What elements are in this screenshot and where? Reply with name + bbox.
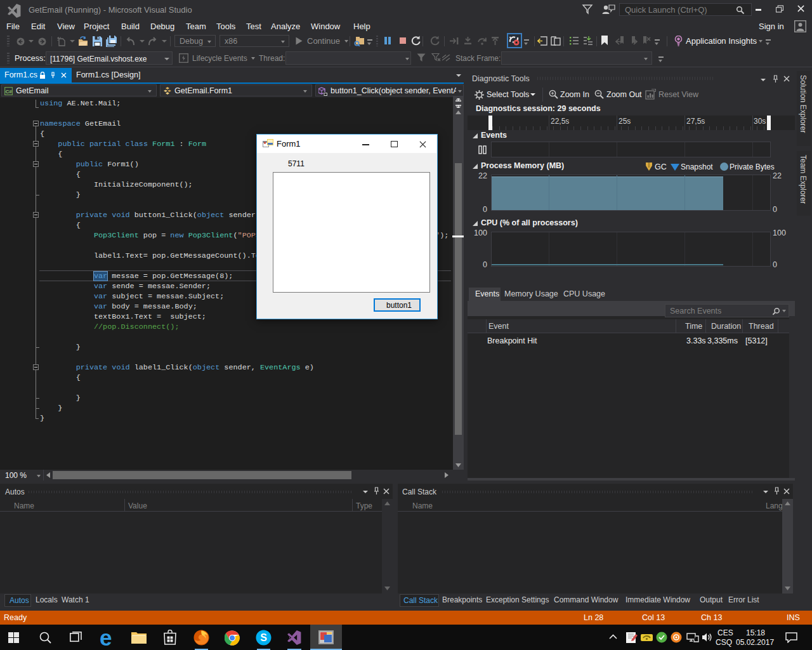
svg-text:S: S xyxy=(260,632,267,643)
svg-text:C#: C# xyxy=(5,88,12,94)
